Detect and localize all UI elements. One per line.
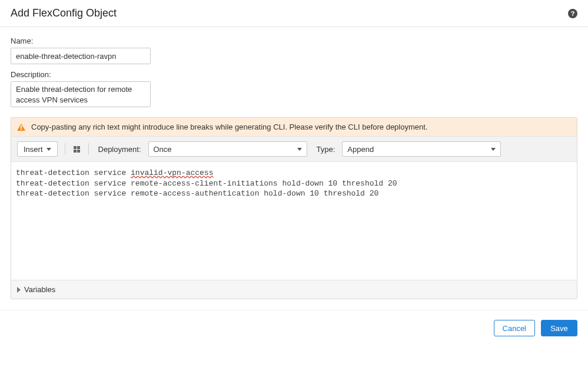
deployment-label: Deployment:	[98, 145, 141, 154]
warning-text: Copy-pasting any rich text might introdu…	[31, 123, 427, 131]
code-line-3: threat-detection service remote-access-a…	[16, 189, 378, 198]
editor-block: Copy-pasting any rich text might introdu…	[11, 117, 577, 299]
type-label: Type:	[317, 145, 335, 154]
help-icon[interactable]: ?	[568, 9, 577, 18]
name-input[interactable]	[11, 48, 151, 64]
code-line-1b: invalid-vpn-access	[131, 168, 213, 177]
warning-bar: Copy-pasting any rich text might introdu…	[11, 118, 577, 136]
toolbar-separator	[88, 143, 89, 155]
insert-button[interactable]: Insert	[17, 141, 58, 157]
type-value: Append	[347, 145, 374, 154]
editor-toolbar: Insert Deployment: Once Type: Append	[11, 136, 577, 162]
dialog-footer: Cancel Save	[0, 310, 588, 347]
warning-icon	[17, 124, 25, 131]
type-select[interactable]: Append	[342, 141, 501, 157]
cancel-button[interactable]: Cancel	[494, 320, 535, 336]
flexconfig-dialog: Add FlexConfig Object ? Name: Descriptio…	[0, 0, 588, 347]
description-input[interactable]: Enable threat-detection for remote acces…	[11, 81, 151, 107]
variables-toggle[interactable]: Variables	[11, 280, 577, 299]
dialog-body: Name: Description: Enable threat-detecti…	[0, 27, 588, 299]
chevron-down-icon	[46, 148, 51, 151]
chevron-right-icon	[17, 287, 21, 293]
dialog-header: Add FlexConfig Object ?	[0, 0, 588, 27]
chevron-down-icon	[297, 148, 302, 151]
cli-editor[interactable]: threat-detection service invalid-vpn-acc…	[11, 162, 577, 280]
dialog-title: Add FlexConfig Object	[11, 7, 117, 19]
code-line-1a: threat-detection service	[16, 168, 131, 177]
insert-button-label: Insert	[24, 145, 43, 154]
description-label: Description:	[11, 70, 577, 79]
save-button[interactable]: Save	[541, 320, 577, 336]
code-line-2: threat-detection service remote-access-c…	[16, 179, 397, 188]
deployment-select[interactable]: Once	[148, 141, 307, 157]
name-label: Name:	[11, 37, 577, 45]
deployment-value: Once	[154, 145, 172, 154]
grid-icon[interactable]	[72, 145, 81, 154]
variables-label: Variables	[24, 285, 55, 294]
toolbar-separator	[65, 143, 65, 155]
chevron-down-icon	[491, 148, 496, 151]
